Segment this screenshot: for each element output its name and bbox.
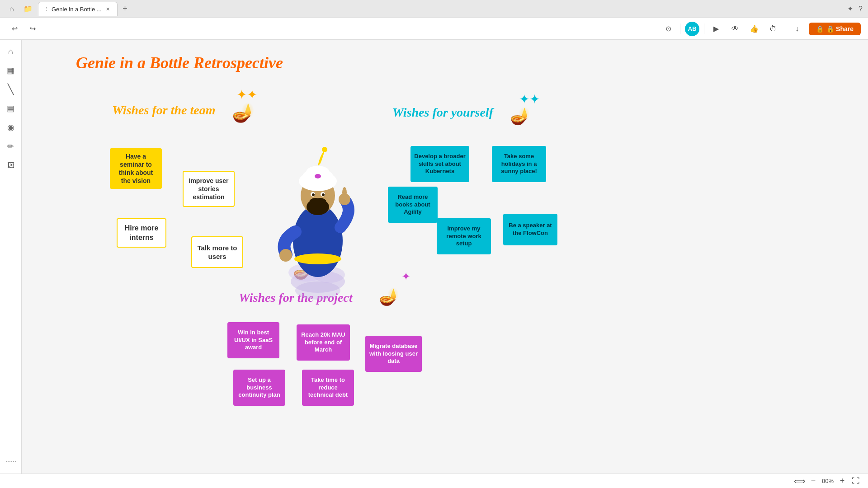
sidebar-item-image[interactable]: 🖼 — [3, 157, 19, 174]
lock-icon: 🔒 — [816, 25, 824, 33]
redo-btn[interactable]: ↪ — [25, 22, 40, 36]
svg-point-20 — [322, 147, 327, 152]
canvas[interactable]: Genie in a Bottle Retrospective Wishes f… — [22, 40, 868, 474]
zoom-in-btn[interactable]: + — [837, 476, 847, 486]
svg-point-3 — [295, 282, 340, 300]
undo-btn[interactable]: ↩ — [7, 22, 22, 36]
new-tab-btn[interactable]: + — [119, 3, 131, 15]
sticky-project-mau[interactable]: Reach 20k MAU before end of March — [297, 324, 350, 361]
download-btn[interactable]: ↓ — [790, 22, 804, 36]
smoke-team-icon: ✦✦ — [236, 87, 257, 102]
toolbar-divider2 — [704, 23, 704, 34]
zoom-controls: ⟺ − 80% + ⛶ — [795, 476, 861, 486]
sidebar-item-apps[interactable]: ⋯⋯ — [3, 454, 19, 470]
svg-point-6 — [279, 249, 292, 262]
svg-point-19 — [315, 174, 321, 178]
sticky-team-interns[interactable]: Hire more interns — [117, 218, 166, 248]
sticky-yourself-remote[interactable]: Improve my remote work setup — [437, 218, 491, 254]
svg-point-4 — [293, 205, 343, 277]
toolbar: ↩ ↪ ⊙ AB ▶ 👁 👍 ⏱ ↓ 🔒 🔒 Share — [0, 18, 868, 40]
play-btn[interactable]: ▶ — [709, 22, 723, 36]
sidebar-item-home[interactable]: ⌂ — [3, 43, 19, 60]
sticky-project-database[interactable]: Migrate database with loosing user data — [365, 336, 422, 372]
avatar: AB — [685, 22, 699, 36]
svg-point-14 — [312, 193, 315, 196]
sticky-project-techdebt[interactable]: Take time to reduce technical debt — [302, 370, 354, 406]
svg-point-15 — [322, 193, 325, 196]
sticky-yourself-books[interactable]: Read more books about Agility — [388, 187, 438, 223]
lamp-team-icon: 🪔 — [232, 102, 255, 123]
zoom-out-btn[interactable]: − — [808, 476, 818, 486]
active-tab[interactable]: ⋮ Genie in a Bottle ... ✕ — [38, 2, 118, 16]
fit-to-screen-btn[interactable]: ⟺ — [795, 476, 805, 486]
tab-bar: ⋮ Genie in a Bottle ... ✕ + — [38, 2, 844, 16]
toolbar-left: ↩ ↪ — [7, 22, 40, 36]
browser-actions: ✦ ? — [847, 5, 863, 13]
bottom-bar: ⟺ − 80% + ⛶ — [0, 474, 868, 488]
sticky-yourself-holidays[interactable]: Take some holidays in a sunny place! — [492, 146, 546, 182]
sticky-team-users[interactable]: Talk more to users — [191, 236, 243, 268]
canvas-content: Genie in a Bottle Retrospective Wishes f… — [22, 40, 868, 474]
capture-btn[interactable]: ⊙ — [661, 22, 675, 36]
svg-point-11 — [307, 199, 329, 215]
thumbs-btn[interactable]: 👍 — [747, 22, 761, 36]
zoom-level: 80% — [822, 478, 834, 484]
toolbar-divider3 — [785, 23, 785, 34]
page-title: Genie in a Bottle Retrospective — [76, 53, 283, 72]
sidebar-item-grid[interactable]: ▦ — [3, 62, 19, 79]
svg-point-5 — [294, 253, 341, 264]
sticky-yourself-flowcon[interactable]: Be a speaker at the FlowCon — [503, 214, 557, 245]
section-yourself-header: Wishes for yourself — [392, 105, 493, 120]
smoke-yourself-icon: ✦✦ — [519, 92, 540, 107]
view-btn[interactable]: 👁 — [728, 22, 742, 36]
browser-chrome: ⌂ 📁 ⋮ Genie in a Bottle ... ✕ + ✦ ? — [0, 0, 868, 18]
help-icon[interactable]: ? — [859, 5, 863, 13]
sidebar-item-line[interactable]: ╲ — [3, 81, 19, 98]
sidebar-item-table[interactable]: ▤ — [3, 100, 19, 117]
fullscreen-btn[interactable]: ⛶ — [851, 476, 861, 486]
toolbar-divider — [680, 23, 680, 34]
tab-close-btn[interactable]: ✕ — [104, 5, 112, 13]
genie-figure — [266, 128, 370, 304]
sticky-team-estimation[interactable]: Improve user stories estimation — [183, 171, 235, 207]
tab-label: Genie in a Bottle ... — [52, 6, 102, 13]
svg-point-8 — [342, 187, 347, 198]
sticky-project-uiux[interactable]: Win in best UI/UX in SaaS award — [227, 322, 279, 358]
timer-btn[interactable]: ⏱ — [766, 22, 780, 36]
lamp-project-icon: 🪔 — [379, 287, 399, 306]
share-label: 🔒 Share — [826, 25, 854, 33]
share-button[interactable]: 🔒 🔒 Share — [809, 23, 861, 35]
sticky-project-continuity[interactable]: Set up a business continuity plan — [233, 370, 285, 406]
bookmark-icon[interactable]: ✦ — [847, 5, 853, 13]
section-team-header: Wishes for the team — [112, 103, 215, 117]
sidebar-item-shapes[interactable]: ◉ — [3, 119, 19, 136]
nav-home[interactable]: ⌂ — [5, 3, 18, 15]
lamp-yourself-icon: 🪔 — [510, 107, 530, 126]
main-area: ⌂ ▦ ╲ ▤ ◉ ✏ 🖼 ⋯⋯ Genie in a Bottle Retro… — [0, 40, 868, 474]
nav-files[interactable]: 📁 — [22, 3, 34, 15]
sticky-team-vision[interactable]: Have a seminar to think about the vision — [110, 148, 162, 189]
sidebar-item-pen[interactable]: ✏ — [3, 138, 19, 155]
left-sidebar: ⌂ ▦ ╲ ▤ ◉ ✏ 🖼 ⋯⋯ — [0, 40, 22, 474]
toolbar-right: ⊙ AB ▶ 👁 👍 ⏱ ↓ 🔒 🔒 Share — [661, 22, 861, 36]
sticky-yourself-skills[interactable]: Develop a broader skills set about Kuber… — [410, 146, 469, 182]
smoke-project-icon: ✦ — [401, 270, 410, 283]
